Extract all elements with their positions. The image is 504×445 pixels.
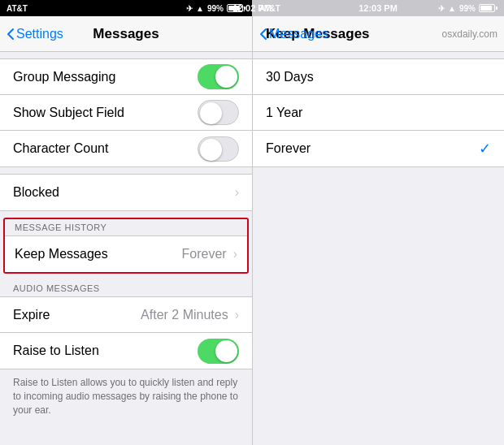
top-settings-group: Group Messaging Show Subject Field Chara… [0, 58, 252, 167]
expire-value: After 2 Minutes [141, 308, 228, 322]
blocked-chevron: › [235, 185, 239, 200]
group-messaging-row[interactable]: Group Messaging [0, 59, 252, 95]
keep-messages-row[interactable]: Keep Messages Forever › [5, 236, 247, 272]
back-button-right[interactable]: Messages [259, 27, 328, 41]
nav-bar-left: Settings Messages [0, 16, 252, 52]
show-subject-field-label: Show Subject Field [13, 106, 198, 120]
option-label-1year: 1 Year [266, 106, 491, 120]
blocked-row[interactable]: Blocked › [0, 175, 252, 210]
keep-messages-chevron: › [233, 247, 237, 261]
status-bar-left: AT&T 12:02 PM ✈ ▲ 99% [0, 0, 252, 16]
left-panel: AT&T 12:02 PM ✈ ▲ 99% Settings Messages [0, 0, 252, 445]
forever-checkmark: ✓ [479, 140, 491, 158]
toggle-knob-group [215, 66, 237, 88]
group-messaging-label: Group Messaging [13, 70, 198, 84]
show-subject-field-toggle[interactable] [198, 100, 239, 125]
carrier-left: AT&T [7, 4, 28, 13]
back-button-left[interactable]: Settings [7, 27, 63, 41]
battery-icon-left [227, 4, 245, 12]
audio-settings-group: Expire After 2 Minutes › Raise to Listen [0, 296, 252, 369]
right-panel: AT&T 12:03 PM ✈ ▲ 99% Messages Keep Mess… [252, 0, 504, 445]
show-subject-field-row[interactable]: Show Subject Field [0, 95, 252, 131]
keep-messages-label: Keep Messages [15, 247, 182, 261]
message-history-header: MESSAGE HISTORY [5, 219, 247, 236]
blocked-label: Blocked [13, 185, 232, 200]
settings-list-left: Group Messaging Show Subject Field Chara… [0, 52, 252, 445]
expire-row[interactable]: Expire After 2 Minutes › [0, 297, 252, 333]
raise-to-listen-label: Raise to Listen [13, 343, 198, 358]
nav-bar-right: Messages Keep Messages osxdaily.com [253, 16, 504, 52]
message-history-section: MESSAGE HISTORY Keep Messages Forever › [3, 218, 249, 274]
raise-to-listen-description: Raise to Listen allows you to quickly li… [0, 369, 252, 423]
toggle-knob-subject [200, 102, 222, 124]
audio-messages-header: AUDIO MESSAGES [0, 280, 252, 296]
battery-right: ✈ ▲ 99% [438, 4, 497, 13]
group-messaging-toggle[interactable] [198, 64, 239, 89]
back-label-right: Messages [269, 27, 328, 41]
toggle-knob-char [200, 139, 222, 161]
character-count-row[interactable]: Character Count [0, 131, 252, 166]
blocked-group: Blocked › [0, 174, 252, 211]
options-list: 30 Days 1 Year Forever ✓ [253, 58, 504, 167]
status-bar-right: AT&T 12:03 PM ✈ ▲ 99% [253, 0, 504, 16]
watermark: osxdaily.com [442, 16, 497, 51]
expire-label: Expire [13, 308, 141, 322]
raise-to-listen-toggle[interactable] [198, 339, 239, 364]
option-label-forever: Forever [266, 141, 479, 156]
character-count-label: Character Count [13, 141, 198, 156]
keep-messages-value: Forever [182, 247, 227, 261]
option-row-1year[interactable]: 1 Year [253, 95, 504, 131]
option-row-forever[interactable]: Forever ✓ [253, 131, 504, 166]
back-label-left: Settings [16, 27, 63, 41]
option-label-30days: 30 Days [266, 70, 491, 84]
toggle-knob-raise [215, 340, 237, 362]
option-row-30days[interactable]: 30 Days [253, 59, 504, 95]
battery-icon-right [479, 4, 497, 12]
expire-chevron: › [235, 308, 239, 322]
nav-title-left: Messages [93, 26, 159, 42]
time-right: 12:03 PM [358, 3, 398, 13]
battery-left: ✈ ▲ 99% [186, 4, 245, 13]
raise-to-listen-row[interactable]: Raise to Listen [0, 333, 252, 369]
audio-messages-section: AUDIO MESSAGES Expire After 2 Minutes › … [0, 280, 252, 423]
character-count-toggle[interactable] [198, 136, 239, 162]
